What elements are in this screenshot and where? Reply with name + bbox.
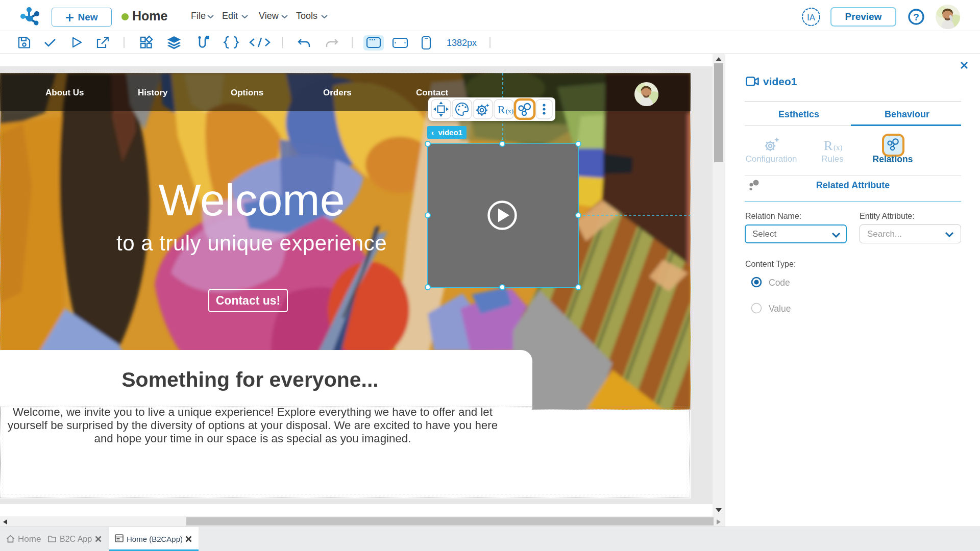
svg-text:1382px: 1382px	[447, 38, 477, 48]
svg-text:R: R	[824, 138, 833, 153]
svg-text:(x): (x)	[834, 143, 843, 152]
svg-text:?: ?	[913, 12, 919, 22]
svg-text:IA: IA	[807, 13, 816, 22]
